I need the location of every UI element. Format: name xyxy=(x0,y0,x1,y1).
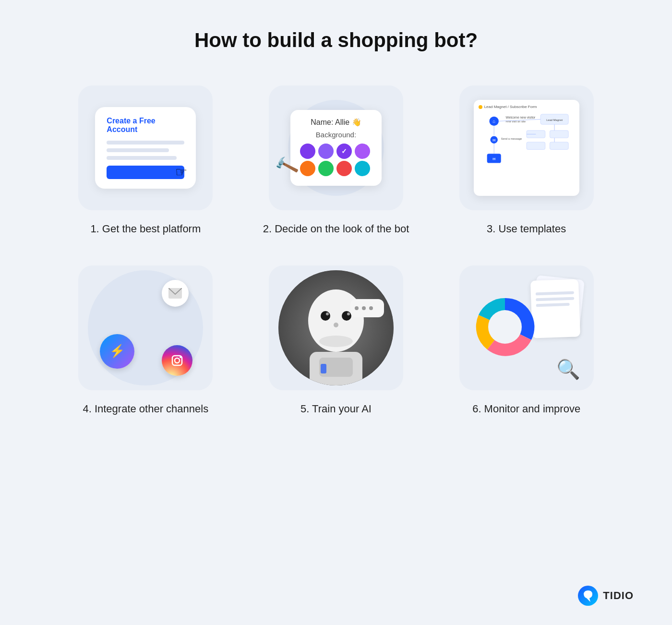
card2-panel: 🔨 Name: Allie 👋 Background: xyxy=(290,110,382,186)
hammer-icon: 🔨 xyxy=(273,153,300,180)
card-monitor: 🔍 6. Monitor and improve xyxy=(441,265,612,417)
donut-chart xyxy=(474,296,536,360)
svg-rect-4 xyxy=(527,142,545,150)
flow-lead-text: Lead Magnet xyxy=(546,119,563,121)
color-cyan xyxy=(355,161,370,176)
card-channels: ⚡ 4. Integrate other channels xyxy=(60,265,231,417)
flow-diagram: ⌂ Welcome new visitor First visit on sit… xyxy=(479,112,575,186)
flow-welcome-text: Welcome new visitor xyxy=(505,116,536,119)
robot-circle xyxy=(278,270,394,385)
mail-icon xyxy=(162,280,189,307)
card4-circle: ⚡ xyxy=(88,270,203,385)
mail-svg xyxy=(168,288,182,299)
card2-circle-bg: 🔨 Name: Allie 👋 Background: xyxy=(288,100,384,196)
card6-image: 🔍 xyxy=(459,265,594,390)
card5-label: 5. Train your AI xyxy=(300,402,372,417)
card4-label: 4. Integrate other channels xyxy=(83,402,208,417)
card-platform: Create a Free Account ☞ 1. Get the best … xyxy=(60,85,231,237)
flow-send-text: Send a message xyxy=(501,137,522,140)
magnifier-icon: 🔍 xyxy=(556,358,580,381)
svg-point-15 xyxy=(175,358,180,363)
color-light-purple xyxy=(355,144,370,159)
card2-color-row1 xyxy=(300,144,372,159)
messenger-svg: ⚡ xyxy=(108,342,126,361)
brand-name-text: TIDIO xyxy=(603,589,634,602)
svg-point-24 xyxy=(319,336,353,347)
card1-button xyxy=(107,166,184,179)
color-violet xyxy=(318,144,334,159)
card4-image: ⚡ xyxy=(78,265,213,390)
svg-point-21 xyxy=(326,312,329,315)
card2-image: 🔨 Name: Allie 👋 Background: xyxy=(269,85,403,210)
donut-hole xyxy=(488,310,522,344)
card-look: 🔨 Name: Allie 👋 Background: xyxy=(251,85,422,237)
card1-form: Create a Free Account ☞ xyxy=(95,107,196,189)
card6-label: 6. Monitor and improve xyxy=(472,402,580,417)
color-purple-selected xyxy=(336,144,352,159)
page-title: How to build a shopping bot? xyxy=(194,29,478,52)
svg-text:⌂: ⌂ xyxy=(492,119,495,124)
card-ai: 5. Train your AI xyxy=(251,265,422,417)
card3-template-label: Lead Magnet / Subscribe Form xyxy=(484,105,537,109)
svg-text:⚡: ⚡ xyxy=(109,343,125,359)
color-green xyxy=(318,161,334,176)
svg-point-30 xyxy=(362,306,366,310)
card5-image xyxy=(269,265,403,390)
card2-label: 2. Decide on the look of the bot xyxy=(263,222,409,237)
svg-point-22 xyxy=(347,312,350,315)
svg-point-20 xyxy=(342,311,351,321)
card3-header: Lead Magnet / Subscribe Form xyxy=(479,105,575,109)
card2-bot-name: Name: Allie 👋 xyxy=(300,118,372,127)
svg-point-23 xyxy=(334,323,338,327)
card-templates: Lead Magnet / Subscribe Form ⌂ Welcome n… xyxy=(441,85,612,237)
color-orange xyxy=(300,161,315,176)
svg-point-19 xyxy=(321,311,330,321)
svg-rect-27 xyxy=(321,364,326,373)
svg-rect-5 xyxy=(550,142,568,150)
svg-text:✉: ✉ xyxy=(492,138,495,143)
svg-point-29 xyxy=(355,306,359,310)
paper-front xyxy=(530,279,580,338)
robot-svg xyxy=(278,270,394,385)
card3-image: Lead Magnet / Subscribe Form ⌂ Welcome n… xyxy=(459,85,594,210)
svg-rect-3 xyxy=(550,131,568,138)
cards-grid: Create a Free Account ☞ 1. Get the best … xyxy=(60,85,612,417)
card3-label: 3. Use templates xyxy=(487,222,566,237)
card2-color-row2 xyxy=(300,161,372,176)
svg-point-16 xyxy=(180,356,181,358)
tidio-logo-svg xyxy=(578,586,598,606)
card1-cta: Create a Free Account xyxy=(107,117,184,134)
svg-point-31 xyxy=(369,306,373,310)
brand-logo-area: TIDIO xyxy=(578,586,634,606)
svg-text:✉: ✉ xyxy=(492,157,495,161)
instagram-svg xyxy=(169,352,185,369)
instagram-icon xyxy=(162,345,192,376)
color-red xyxy=(336,161,352,176)
card2-bg-label: Background: xyxy=(300,131,372,139)
card3-dot xyxy=(479,105,482,109)
card1-image: Create a Free Account ☞ xyxy=(78,85,213,210)
messenger-icon: ⚡ xyxy=(100,334,134,369)
card3-flow-panel: Lead Magnet / Subscribe Form ⌂ Welcome n… xyxy=(474,100,579,196)
color-purple xyxy=(300,144,315,159)
card6-wrapper: 🔍 xyxy=(464,270,589,385)
cursor-icon: ☞ xyxy=(175,164,187,180)
donut-svg xyxy=(474,296,536,358)
card1-label: 1. Get the best platform xyxy=(90,222,201,237)
